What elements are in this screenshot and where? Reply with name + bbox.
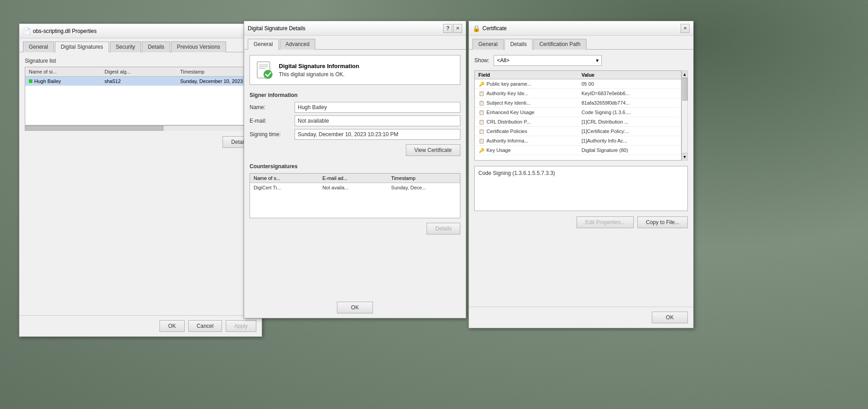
cert-value-box: Code Signing (1.3.6.1.5.5.7.3.3) [474, 166, 688, 211]
edit-properties-button[interactable]: Edit Properties... [577, 216, 634, 228]
sig-header-name: Name of si... [27, 68, 103, 75]
svg-point-4 [264, 70, 273, 79]
tab-security[interactable]: Security [110, 41, 141, 52]
sig-details-button-row: OK [244, 297, 466, 318]
cert-field-value-4: [1]CRL Distribution ... [578, 117, 681, 126]
certificate-window: 🔒 Certificate ✕ General Details Certific… [468, 21, 694, 328]
cert-field-name-2: 📋 Subject Key Identi... [475, 98, 578, 107]
cert-fields-header: Field Value [475, 71, 681, 79]
sig-row-digest: sha512 [103, 78, 178, 85]
cert-icon-3: 📋 [478, 109, 485, 115]
sig-details-close-btn[interactable]: ✕ [453, 24, 462, 33]
tab-digital-signatures[interactable]: Digital Signatures [55, 41, 109, 52]
signer-time-row: Signing time: Sunday, December 10, 2023 … [250, 129, 460, 140]
signature-list-container: Name of si... Digest alg... Timestamp Hu… [25, 67, 256, 125]
sig-details-window: Digital Signature Details ? ✕ General Ad… [244, 21, 466, 318]
cert-tab-certification-path[interactable]: Certification Path [533, 39, 586, 50]
countersig-details-button[interactable]: Details [427, 223, 460, 234]
sig-details-tab-bar: General Advanced [244, 36, 466, 50]
cert-scroll-track [682, 78, 687, 153]
countersig-row-timestamp: Sunday, Dece... [389, 184, 458, 191]
key-icon-7: 🔑 [478, 147, 485, 153]
cert-tab-details[interactable]: Details [504, 39, 533, 50]
tab-previous-versions[interactable]: Previous Versions [171, 41, 226, 52]
cert-show-value: <All> [497, 57, 509, 64]
signer-email-row: E-mail: Not available [250, 115, 460, 126]
copy-to-file-button[interactable]: Copy to File... [637, 216, 688, 228]
cert-icon-6: 📋 [478, 138, 485, 144]
sig-details-help-btn[interactable]: ? [443, 24, 452, 33]
tab-details[interactable]: Details [142, 41, 170, 52]
cert-field-row-0[interactable]: 🔑 Public key parame... 05 00 [475, 79, 681, 89]
cert-field-name-3: 📋 Enhanced Key Usage [475, 108, 578, 117]
cert-field-name-7: 🔑 Key Usage [475, 146, 578, 155]
sig-list-scrollbar[interactable] [25, 125, 256, 131]
sig-tab-general[interactable]: General [248, 39, 279, 50]
signer-time-label: Signing time: [250, 131, 295, 138]
properties-title-left: 📄 obs-scripting.dll Properties [23, 28, 96, 35]
cert-field-row-2[interactable]: 📋 Subject Key Identi... 81afa32659f0db77… [475, 98, 681, 108]
cert-header-field: Field [475, 71, 578, 79]
cert-scroll-up[interactable]: ▲ [682, 71, 687, 78]
cert-tab-bar: General Details Certification Path [469, 36, 693, 50]
signer-name-row: Name: Hugh Bailey [250, 102, 460, 113]
countersig-label: Countersignatures [250, 163, 460, 170]
cert-field-row-3[interactable]: 📋 Enhanced Key Usage Code Signing (1.3.6… [475, 108, 681, 117]
countersig-header-name: Name of s... [252, 175, 321, 182]
cert-field-row-6[interactable]: 📋 Authority Informa... [1]Authority Info… [475, 136, 681, 146]
cert-scrollbar[interactable]: ▲ ▼ [682, 70, 688, 161]
sig-details-ok-button[interactable]: OK [337, 302, 373, 313]
sig-details-content: Digital Signature Information This digit… [244, 50, 466, 297]
cert-value-display: Code Signing (1.3.6.1.5.5.7.3.3) [478, 170, 555, 176]
countersig-row[interactable]: DigiCert Ti... Not availa... Sunday, Dec… [250, 183, 460, 192]
sig-row-timestamp: Sunday, December 10, 2023 10:23:10... [178, 78, 254, 85]
cert-tab-general[interactable]: General [473, 39, 504, 50]
cert-show-label: Show: [474, 57, 489, 64]
sig-list-row[interactable]: Hugh Bailey sha512 Sunday, December 10, … [25, 77, 256, 86]
tab-general[interactable]: General [23, 41, 54, 52]
svg-rect-3 [259, 68, 265, 69]
sig-details-title-controls: ? ✕ [443, 24, 462, 33]
cert-title-controls: ✕ [681, 24, 690, 33]
cert-show-dropdown[interactable]: <All> ▾ [494, 55, 602, 66]
cert-field-value-0: 05 00 [578, 79, 681, 88]
svg-rect-2 [259, 66, 268, 67]
properties-apply-button[interactable]: Apply [226, 320, 256, 332]
cert-window-icon: 🔒 [473, 25, 480, 32]
cert-icon-5: 📋 [478, 128, 485, 134]
cert-ok-button[interactable]: OK [652, 312, 688, 323]
properties-ok-button[interactable]: OK [159, 320, 184, 332]
cert-content: Show: <All> ▾ Field Value 🔑 Public key p… [469, 50, 693, 307]
properties-tab-bar: General Digital Signatures Security Deta… [19, 38, 262, 52]
countersig-container: Name of s... E-mail ad... Timestamp Digi… [250, 173, 460, 218]
sig-list-scrollbar-thumb [25, 126, 164, 131]
sig-tab-advanced[interactable]: Advanced [280, 39, 315, 50]
properties-window-icon: 📄 [23, 28, 30, 35]
key-icon-0: 🔑 [478, 81, 485, 87]
sig-details-title-text: Digital Signature Details [248, 25, 305, 32]
view-certificate-button[interactable]: View Certificate [406, 144, 460, 156]
signer-email-label: E-mail: [250, 118, 295, 124]
properties-window: 📄 obs-scripting.dll Properties ✕ General… [19, 23, 262, 337]
properties-content: Signature list Name of si... Digest alg.… [19, 52, 262, 315]
signer-section-title: Signer information [250, 92, 460, 98]
cert-field-value-7: Digital Signature (80) [578, 146, 681, 155]
cert-show-dropdown-arrow: ▾ [596, 57, 599, 64]
cert-button-row: OK [469, 307, 693, 328]
cert-scroll-down[interactable]: ▼ [682, 153, 687, 160]
cert-action-buttons: Edit Properties... Copy to File... [474, 216, 688, 228]
sig-check-icon [255, 61, 273, 79]
cert-field-value-5: [1]Certificate Policy:... [578, 127, 681, 136]
cert-field-row-4[interactable]: 📋 CRL Distribution P... [1]CRL Distribut… [475, 117, 681, 127]
properties-title-bar: 📄 obs-scripting.dll Properties ✕ [19, 24, 262, 38]
cert-field-row-1[interactable]: 📋 Authority Key Ide... KeyID=6837e0ebb6.… [475, 89, 681, 98]
properties-cancel-button[interactable]: Cancel [188, 320, 222, 332]
cert-close-btn[interactable]: ✕ [681, 24, 690, 33]
cert-scroll-thumb[interactable] [682, 78, 688, 101]
cert-icon-4: 📋 [478, 119, 485, 125]
cert-field-row-5[interactable]: 📋 Certificate Policies [1]Certificate Po… [475, 127, 681, 136]
cert-icon-2: 📋 [478, 100, 485, 106]
sig-header-timestamp: Timestamp [178, 68, 254, 75]
cert-field-row-7[interactable]: 🔑 Key Usage Digital Signature (80) [475, 146, 681, 155]
cert-title-left: 🔒 Certificate [473, 25, 507, 32]
